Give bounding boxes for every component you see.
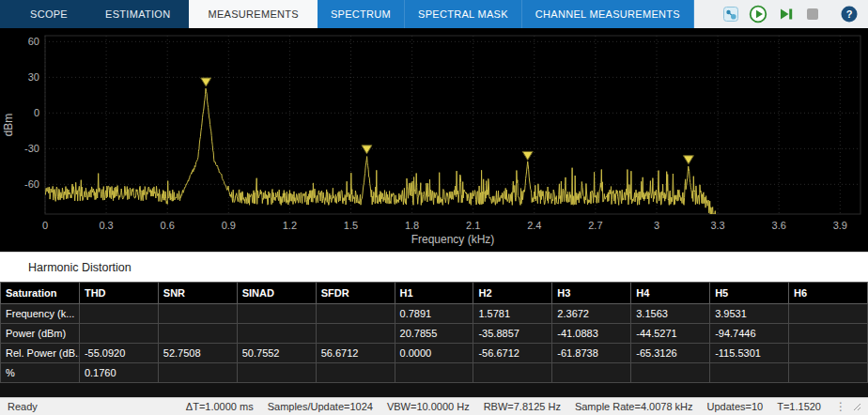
measurements-table-wrap: SaturationTHDSNRSINADSFDRH1H2H3H4H5H6 Fr… [0,282,868,397]
row-label: Power (dBm) [1,324,80,344]
table-cell [316,363,395,383]
table-cell [552,363,631,383]
table-cell [158,304,237,324]
y-tick-label: 60 [28,36,39,47]
table-cell: -94.7446 [710,324,789,344]
column-header-saturation: Saturation [1,283,80,304]
stop-button[interactable] [801,3,824,25]
peak-marker-h1 [201,78,211,86]
tab-estimation[interactable]: ESTIMATION [86,0,189,28]
tab-scope[interactable]: SCOPE [11,0,86,28]
step-forward-button[interactable] [774,3,797,25]
harmonic-distortion-panel: Harmonic Distortion [0,252,868,282]
column-header-sfdr: SFDR [316,283,395,304]
data-source-icon [721,5,740,23]
table-cell [237,363,316,383]
run-button[interactable] [747,3,769,25]
spectrum-analyzer-window: SCOPEESTIMATIONMEASUREMENTS SPECTRUMSPEC… [0,0,868,415]
tab-channel-measurements[interactable]: CHANNEL MEASUREMENTS [522,0,694,28]
status-metric: Sample Rate=4.0078 kHz [575,401,693,412]
table-cell: -55.0920 [79,344,158,363]
column-header-h3: H3 [552,283,631,304]
status-bar: Ready ΔT=1.0000 msSamples/Update=1024VBW… [0,397,868,415]
table-cell: 0.0000 [395,344,473,363]
table-row: Power (dBm)20.7855-35.8857-41.0883-44.52… [1,324,868,344]
x-tick-label: 0.9 [222,220,236,231]
data-source-button[interactable] [720,3,742,25]
column-header-h2: H2 [473,283,552,304]
x-tick-label: 3 [654,220,659,231]
status-text: Ready [8,401,38,412]
table-cell: 56.6712 [316,344,395,363]
table-cell [158,363,237,383]
table-cell [789,363,868,383]
table-cell: -44.5271 [631,324,710,344]
x-axis-label: Frequency (kHz) [411,233,495,246]
column-header-sinad: SINAD [237,283,316,304]
x-tick-label: 0.3 [99,220,113,231]
table-cell [316,304,395,324]
run-icon [749,5,767,23]
tab-measurements[interactable]: MEASUREMENTS [189,0,318,28]
overflow-menu-icon[interactable]: ⋮ [834,399,847,414]
x-tick-label: 2.7 [588,220,602,231]
table-cell [316,324,395,344]
row-label: Frequency (k... [1,304,80,324]
peak-marker-h2 [362,146,372,154]
table-cell: -35.8857 [473,324,552,344]
svg-text:?: ? [846,8,853,20]
stop-icon [803,5,822,23]
table-row: Frequency (k...0.78911.57812.36723.15633… [1,304,868,324]
table-cell [789,324,868,344]
toolstrip: SCOPEESTIMATIONMEASUREMENTS SPECTRUMSPEC… [0,0,868,28]
toolstrip-spacer [694,0,720,28]
x-tick-label: 3.6 [772,220,786,231]
status-metric: Updates=10 [707,401,764,412]
playback-toolbar: ? [720,0,868,28]
x-tick-label: 3.9 [833,220,847,231]
spectrum-canvas[interactable]: 00.30.60.91.21.51.82.12.42.733.33.63.960… [0,28,868,252]
help-icon: ? [840,5,859,23]
table-cell: -115.5301 [710,344,789,363]
tab-spectral-mask[interactable]: SPECTRAL MASK [405,0,522,28]
y-tick-label: 0 [34,107,39,118]
table-row: %0.1760 [1,363,868,383]
table-row: Rel. Power (dB...-55.092052.750850.75525… [1,344,868,363]
table-cell: -65.3126 [631,344,710,363]
table-cell: 2.3672 [552,304,631,324]
table-cell: -56.6712 [473,344,552,363]
step-forward-icon [776,5,795,23]
column-header-thd: THD [79,283,158,304]
x-tick-label: 2.1 [466,220,480,231]
resize-grip[interactable] [851,401,862,412]
status-metrics: ΔT=1.0000 msSamples/Update=1024VBW=10.00… [186,401,821,412]
table-cell [473,363,552,383]
table-body: Frequency (k...0.78911.57812.36723.15633… [1,304,868,383]
table-cell: -61.8738 [552,344,631,363]
table-cell: 50.7552 [237,344,316,363]
status-metric: Samples/Update=1024 [268,401,373,412]
spectrum-plot: 00.30.60.91.21.51.82.12.42.733.33.63.960… [0,28,868,252]
table-cell: 20.7855 [395,324,473,344]
table-cell [710,363,789,383]
x-tick-label: 1.8 [405,220,419,231]
x-tick-label: 2.4 [527,220,541,231]
column-header-h1: H1 [395,283,473,304]
harmonic-distortion-table: SaturationTHDSNRSINADSFDRH1H2H3H4H5H6 Fr… [0,282,868,383]
x-tick-label: 0 [42,220,48,231]
peak-marker-h4 [683,156,693,164]
column-header-h6: H6 [789,283,868,304]
table-cell [631,363,710,383]
tab-spectrum[interactable]: SPECTRUM [318,0,405,28]
panel-title: Harmonic Distortion [28,261,132,274]
table-header-row: SaturationTHDSNRSINADSFDRH1H2H3H4H5H6 [1,283,868,304]
table-cell [789,344,868,363]
status-metric: RBW=7.8125 Hz [484,401,561,412]
column-header-h5: H5 [710,283,789,304]
y-tick-label: -60 [24,178,39,190]
table-cell: -41.0883 [552,324,631,344]
help-button[interactable]: ? [838,3,860,25]
peak-marker-h3 [522,151,533,160]
column-header-h4: H4 [631,283,710,304]
x-tick-label: 1.2 [283,220,297,231]
